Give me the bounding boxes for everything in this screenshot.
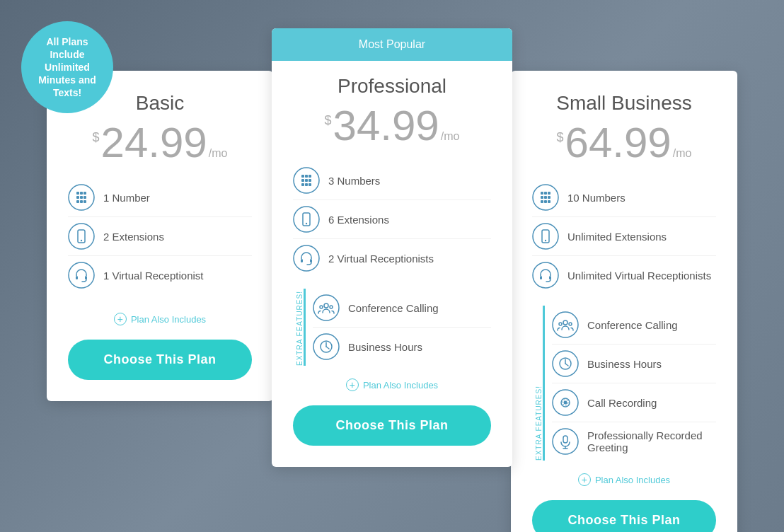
basic-feature-1-text: 1 Number (103, 192, 150, 204)
svg-point-68 (553, 429, 578, 454)
plus-circle-basic: + (114, 313, 127, 325)
basic-feature-3: 1 Virtual Receptionist (68, 256, 252, 294)
clock-icon-pro (313, 333, 340, 360)
professional-dollar: $ (325, 113, 332, 128)
record-icon-sb (552, 389, 579, 416)
svg-point-10 (69, 224, 94, 249)
clock-icon-sb (552, 350, 579, 377)
sb-price: $ 64.99 /mo (532, 122, 716, 164)
sb-feature-1-text: 10 Numbers (567, 192, 626, 204)
phone-grid-icon (68, 184, 95, 211)
plan-card-basic: Basic $ 24.99 /mo (47, 71, 273, 401)
svg-point-12 (81, 240, 82, 241)
sb-dollar: $ (557, 130, 564, 145)
sb-extra-2: Business Hours (552, 345, 716, 383)
pro-feature-1: 3 Numbers (293, 161, 491, 200)
svg-rect-55 (549, 276, 551, 279)
pro-extra-2: Business Hours (313, 328, 491, 366)
plus-circle-sb: + (578, 473, 591, 486)
svg-rect-19 (309, 175, 311, 178)
plus-circle-pro: + (346, 378, 359, 391)
sb-extra-border (543, 306, 545, 461)
svg-rect-43 (548, 192, 550, 195)
svg-rect-20 (301, 179, 304, 182)
sb-extra-3-text: Call Recording (587, 397, 657, 409)
pro-extra-wrapper: Extra Features! (293, 289, 491, 366)
svg-rect-41 (541, 192, 543, 195)
professional-features: 3 Numbers 6 Extensions (293, 161, 491, 277)
svg-rect-7 (76, 200, 79, 203)
svg-rect-1 (76, 192, 79, 195)
sb-feature-1: 10 Numbers (532, 178, 716, 217)
plan-card-professional: Most Popular Professional $ 34.99 /mo (272, 28, 512, 467)
pro-feature-1-text: 3 Numbers (328, 175, 380, 187)
svg-rect-21 (305, 179, 308, 182)
sb-extra-4: Professionally Recorded Greeting (552, 422, 716, 461)
sb-feature-2-text: Unlimited Extensions (567, 231, 667, 243)
basic-amount: 24.99 (101, 122, 207, 164)
svg-rect-17 (301, 175, 304, 178)
basic-feature-3-text: 1 Virtual Receptionist (103, 270, 203, 282)
phone-grid-icon-pro (293, 167, 320, 194)
plan-card-small-business: Small Business $ 64.99 /mo (511, 71, 737, 532)
svg-rect-45 (544, 196, 547, 199)
svg-point-26 (294, 207, 319, 232)
basic-dollar: $ (93, 130, 100, 145)
pro-includes-text: Plan Also Includes (363, 380, 438, 391)
professional-title: Professional (293, 75, 491, 98)
sb-title: Small Business (532, 92, 716, 115)
basic-feature-2: 2 Extensions (68, 217, 252, 256)
sb-amount: 64.99 (565, 122, 671, 164)
sb-extra-4-text: Professionally Recorded Greeting (587, 429, 716, 453)
badge: All Plans Include Unlimited Minutes and … (21, 21, 113, 113)
svg-rect-46 (548, 196, 550, 199)
svg-rect-44 (541, 196, 543, 199)
svg-rect-49 (548, 200, 550, 203)
sb-extra-1: Conference Calling (552, 306, 716, 345)
phone-mobile-icon-pro (293, 206, 320, 233)
professional-per-mo: /mo (441, 130, 460, 143)
headset-icon-basic (68, 262, 95, 289)
pro-cta-button[interactable]: Choose This Plan (293, 405, 491, 446)
svg-rect-47 (541, 200, 543, 203)
svg-rect-42 (544, 192, 547, 195)
sb-cta-button[interactable]: Choose This Plan (532, 500, 716, 532)
svg-rect-48 (544, 200, 547, 203)
svg-rect-30 (301, 259, 303, 262)
sb-extra-features: Conference Calling Business Hours (552, 306, 716, 461)
basic-features: 1 Number 2 Extensions (68, 178, 252, 294)
basic-feature-1: 1 Number (68, 178, 252, 217)
sb-extra-label: Extra Features! (532, 306, 543, 461)
professional-amount: 34.99 (333, 105, 439, 147)
basic-includes-text: Plan Also Includes (131, 314, 206, 325)
pro-extra-1: Conference Calling (313, 289, 491, 328)
phone-mobile-icon-sb (532, 223, 559, 250)
svg-rect-31 (310, 259, 312, 262)
sb-extra-2-text: Business Hours (587, 358, 662, 370)
pro-extra-label: Extra Features! (293, 289, 304, 366)
basic-per-mo: /mo (209, 147, 228, 160)
phone-grid-icon-sb (532, 184, 559, 211)
sb-plan-also-includes[interactable]: + Plan Also Includes (532, 466, 716, 493)
pro-plan-also-includes[interactable]: + Plan Also Includes (293, 371, 491, 398)
basic-price: $ 24.99 /mo (68, 122, 252, 164)
phone-mobile-icon-basic (68, 223, 95, 250)
svg-rect-18 (305, 175, 308, 178)
mic-icon-sb (552, 428, 579, 455)
badge-text: All Plans Include Unlimited Minutes and … (28, 35, 106, 100)
headset-icon-sb (532, 262, 559, 289)
sb-includes-text: Plan Also Includes (595, 475, 670, 485)
professional-price: $ 34.99 /mo (293, 105, 491, 147)
basic-plan-also-includes[interactable]: + Plan Also Includes (68, 306, 252, 332)
svg-rect-9 (83, 200, 86, 203)
svg-rect-5 (80, 196, 83, 199)
sb-features: 10 Numbers Unlimited Extensions (532, 178, 716, 294)
basic-cta-button[interactable]: Choose This Plan (68, 340, 252, 380)
pro-extra-border (304, 289, 306, 366)
svg-rect-22 (309, 179, 311, 182)
plans-container: Basic $ 24.99 /mo (0, 0, 784, 532)
conference-icon-pro (313, 294, 340, 321)
svg-point-53 (533, 262, 558, 288)
svg-rect-2 (80, 192, 83, 195)
pro-extra-1-text: Conference Calling (348, 302, 439, 314)
